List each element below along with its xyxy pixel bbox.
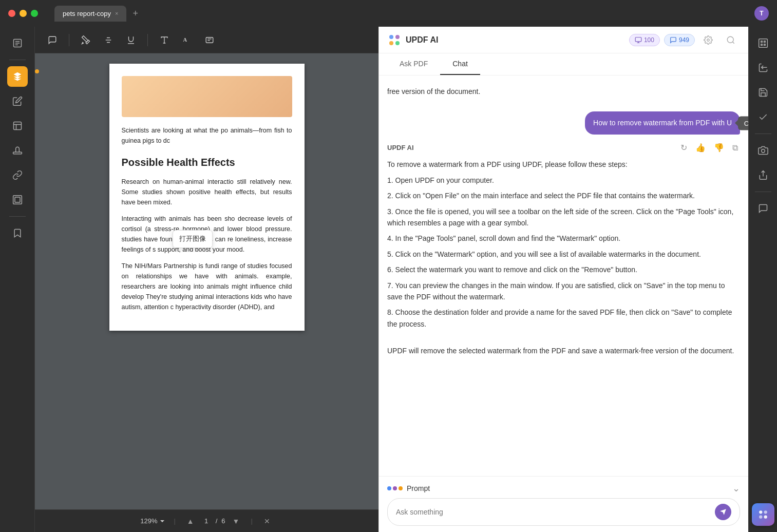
ai-response-wrapper: UPDF AI ↻ 👍 👎 ⧉ To remove a watermark fr… xyxy=(387,141,740,360)
right-sidebar-camera-icon[interactable] xyxy=(753,140,773,161)
page-down-button[interactable]: ▼ xyxy=(230,515,243,527)
ai-step-1: 1. Open UPDF on your computer. xyxy=(387,175,740,186)
tab-close-icon[interactable]: × xyxy=(115,10,118,16)
sidebar-icon-highlight[interactable] xyxy=(7,66,28,87)
ask-input[interactable] xyxy=(396,508,711,516)
close-bottom-bar-button[interactable]: ✕ xyxy=(261,515,273,527)
svg-point-18 xyxy=(389,41,393,45)
zoom-level: 129% xyxy=(140,517,157,525)
sidebar-divider-2 xyxy=(9,216,26,217)
pdf-para3: The NIH/Mars Partnership is fundi range … xyxy=(122,261,292,312)
svg-point-17 xyxy=(395,35,400,39)
ai-chat-area[interactable]: free version of the document. How to rem… xyxy=(379,75,748,476)
zoom-dropdown-icon[interactable] xyxy=(159,518,165,524)
page-number-input[interactable] xyxy=(201,517,212,525)
badge-token: 100 xyxy=(629,34,660,46)
ai-message-actions: ↻ 👍 👎 ⧉ xyxy=(678,141,740,155)
titlebar: pets report-copy × + T xyxy=(0,0,777,27)
toolbar-pen-icon[interactable] xyxy=(77,31,95,49)
ai-step-7: 7. You can preview the changes in the ma… xyxy=(387,280,740,303)
ask-input-wrapper[interactable] xyxy=(387,498,740,526)
svg-line-25 xyxy=(732,42,734,43)
maximize-button[interactable] xyxy=(31,10,38,17)
right-sidebar-ocr-icon[interactable] xyxy=(753,33,773,53)
page-up-button[interactable]: ▲ xyxy=(184,515,197,527)
svg-point-19 xyxy=(395,41,400,45)
zoom-control[interactable]: 129% xyxy=(140,517,165,525)
svg-point-23 xyxy=(707,39,710,41)
main-content: A Scientists are looking at what the po … xyxy=(0,27,777,532)
pdf-page-image xyxy=(122,76,292,117)
sidebar-icon-layout[interactable] xyxy=(7,116,28,136)
ai-search-icon[interactable] xyxy=(722,31,740,49)
right-sidebar-share-icon[interactable] xyxy=(753,165,773,185)
right-sidebar-convert-icon[interactable] xyxy=(753,58,773,78)
toolbar-text-format-icon[interactable]: A xyxy=(178,31,196,49)
fab-button[interactable] xyxy=(752,503,774,526)
toolbar-strikethrough-icon[interactable] xyxy=(99,31,118,49)
sidebar-icon-link[interactable] xyxy=(7,165,28,185)
ai-copy-response-icon[interactable]: ⧉ xyxy=(730,141,740,155)
user-message-wrapper: How to remove watermark from PDF with U … xyxy=(387,111,740,135)
right-sidebar-divider xyxy=(755,134,771,134)
new-tab-button[interactable]: + xyxy=(128,6,142,21)
ai-panel: UPDF AI 100 949 xyxy=(378,27,748,532)
right-sidebar-save-icon[interactable] xyxy=(753,82,773,103)
ai-settings-icon[interactable] xyxy=(699,31,717,49)
user-message-bubble: How to remove watermark from PDF with U xyxy=(585,111,740,135)
page-separator: / xyxy=(216,517,218,525)
sidebar-icon-stack[interactable] xyxy=(7,189,28,210)
page-total: 6 xyxy=(221,517,225,525)
separator-2: | xyxy=(251,517,252,525)
send-button[interactable] xyxy=(715,504,731,520)
copy-tooltip-label: Copy xyxy=(744,119,748,127)
ai-previous-message: free version of the document. xyxy=(387,84,740,99)
sidebar-icon-edit[interactable] xyxy=(7,91,28,111)
right-sidebar-check-icon[interactable] xyxy=(753,107,773,127)
separator-1: | xyxy=(174,517,175,525)
ai-refresh-icon[interactable]: ↻ xyxy=(678,141,689,155)
ai-step-8: 8. Choose the destination folder and pro… xyxy=(387,307,740,330)
toolbar-text-box-icon[interactable] xyxy=(200,31,219,49)
sidebar-icon-bookmark[interactable] xyxy=(7,223,28,243)
toolbar-underline-icon[interactable] xyxy=(122,31,140,49)
pdf-section-title: Possible Health Effects xyxy=(122,154,292,170)
dot-blue xyxy=(387,486,391,490)
pdf-content-area[interactable]: Scientists are looking at what the po an… xyxy=(35,53,378,509)
ai-logo: UPDF AI xyxy=(387,33,438,47)
badge-token-count: 100 xyxy=(644,36,654,44)
ai-step-5: 5. Click on the "Watermark" option, and … xyxy=(387,249,740,260)
right-sidebar-chat-icon[interactable] xyxy=(753,198,773,219)
image-tooltip[interactable]: 打开图像 xyxy=(173,230,213,248)
sidebar-icon-document[interactable] xyxy=(7,33,28,53)
toolbar-comment-icon[interactable] xyxy=(43,31,62,49)
tab-chat[interactable]: Chat xyxy=(440,53,480,75)
ai-thumbdown-icon[interactable]: 👎 xyxy=(712,141,726,155)
badge-message-count: 949 xyxy=(679,36,689,44)
ai-step-3: 3. Once the file is opened, you will see… xyxy=(387,206,740,229)
ai-thumbup-icon[interactable]: 👍 xyxy=(693,141,708,155)
ai-tab-bar: Ask PDF Chat xyxy=(379,53,748,75)
tab-ask-pdf[interactable]: Ask PDF xyxy=(387,53,440,75)
right-sidebar xyxy=(748,27,777,532)
minimize-button[interactable] xyxy=(20,10,27,17)
prompt-header: Prompt ⌄ xyxy=(387,483,740,494)
svg-point-27 xyxy=(761,149,765,153)
ai-message-header: UPDF AI ↻ 👍 👎 ⧉ xyxy=(387,141,740,155)
svg-point-16 xyxy=(389,35,393,39)
close-button[interactable] xyxy=(8,10,15,17)
right-sidebar-bottom xyxy=(752,503,774,526)
toolbar-separator-1 xyxy=(69,34,69,46)
toolbar-text-icon[interactable] xyxy=(155,31,174,49)
tab-bar: pets report-copy × + xyxy=(54,6,748,22)
ai-title: UPDF AI xyxy=(406,35,438,45)
sidebar-icon-stamp[interactable] xyxy=(7,140,28,161)
pdf-toolbar: A xyxy=(35,27,378,53)
svg-rect-26 xyxy=(759,39,767,48)
sidebar-active-dot xyxy=(35,69,39,73)
tab-pets-report[interactable]: pets report-copy × xyxy=(54,6,126,22)
prompt-dropdown-icon[interactable]: ⌄ xyxy=(732,483,740,494)
ai-header: UPDF AI 100 949 xyxy=(379,27,748,53)
user-avatar[interactable]: T xyxy=(754,6,769,21)
token-icon xyxy=(635,36,642,44)
